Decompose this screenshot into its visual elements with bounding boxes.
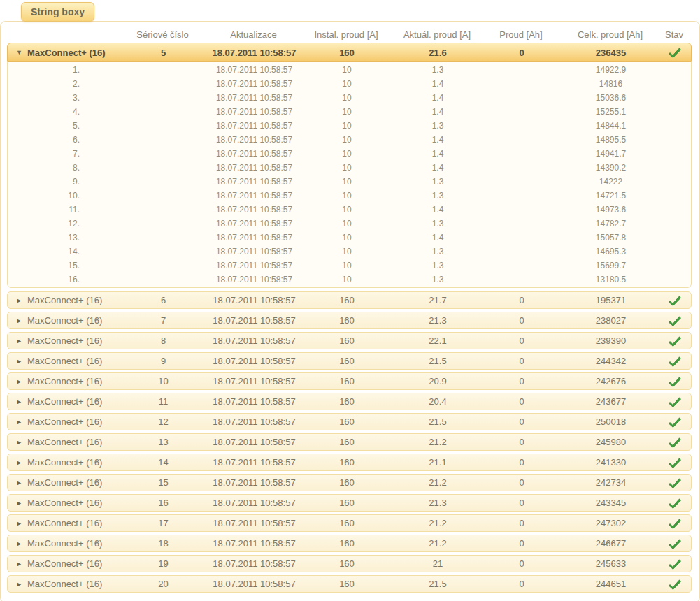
cell-aktual: 21.3 — [396, 315, 480, 326]
cell-instal: 10 — [298, 107, 396, 117]
expander-icon[interactable]: ► — [16, 479, 27, 486]
group-row[interactable]: ► MaxConnect+ (16) 19 18.07.2011 10:58:5… — [7, 555, 692, 572]
expander-icon[interactable]: ► — [16, 378, 27, 385]
group-name-cell: ► MaxConnect+ (16) — [8, 457, 116, 468]
cell-celk: 250018 — [564, 417, 658, 427]
expander-icon[interactable]: ► — [16, 581, 27, 588]
cell-aktual: 21.1 — [396, 457, 480, 468]
cell-celk: 241330 — [564, 457, 658, 468]
expander-icon[interactable]: ► — [16, 398, 27, 405]
string-index: 7. — [8, 149, 116, 159]
expander-icon[interactable]: ► — [16, 338, 27, 345]
check-icon — [669, 437, 681, 448]
check-icon — [669, 478, 681, 488]
cell-serial: 20 — [116, 579, 210, 589]
cell-instal: 10 — [298, 135, 396, 145]
string-box-group: ► MaxConnect+ (16) 8 18.07.2011 10:58:57… — [7, 332, 692, 349]
expander-icon[interactable]: ► — [16, 520, 27, 527]
cell-updated: 18.07.2011 10:58:57 — [210, 163, 298, 173]
expander-icon[interactable]: ► — [16, 540, 27, 547]
cell-status — [658, 294, 692, 305]
cell-instal: 160 — [298, 315, 396, 326]
expander-icon[interactable]: ► — [16, 419, 27, 426]
check-icon — [669, 417, 681, 428]
cell-instal: 10 — [298, 233, 396, 242]
cell-status — [658, 335, 692, 346]
cell-updated: 18.07.2011 10:58:57 — [210, 335, 298, 346]
cell-updated: 18.07.2011 10:58:57 — [210, 315, 298, 326]
tab-string-boxy[interactable]: String boxy — [21, 2, 94, 22]
cell-serial: 15 — [116, 477, 210, 488]
expander-icon[interactable]: ► — [16, 439, 27, 446]
cell-aktual: 1.4 — [396, 107, 480, 117]
expander-icon[interactable]: ▼ — [16, 49, 27, 56]
group-row[interactable]: ► MaxConnect+ (16) 20 18.07.2011 10:58:5… — [7, 575, 692, 593]
header-serial: Sériové číslo — [115, 29, 210, 40]
cell-serial: 10 — [116, 376, 210, 386]
cell-celk: 14922.9 — [564, 65, 658, 75]
string-index: 3. — [8, 93, 116, 103]
check-icon — [669, 336, 681, 347]
cell-celk: 243677 — [564, 396, 658, 407]
group-name: MaxConnect+ (16) — [27, 315, 102, 326]
string-box-group: ► MaxConnect+ (16) 12 18.07.2011 10:58:5… — [7, 413, 692, 430]
group-row[interactable]: ► MaxConnect+ (16) 10 18.07.2011 10:58:5… — [7, 372, 692, 390]
group-row[interactable]: ▼ MaxConnect+ (16) 5 18.07.2011 10:58:57… — [7, 43, 692, 62]
group-row[interactable]: ► MaxConnect+ (16) 9 18.07.2011 10:58:57… — [7, 352, 692, 370]
cell-instal: 160 — [298, 335, 396, 346]
check-icon — [669, 519, 681, 529]
cell-updated: 18.07.2011 10:58:57 — [210, 247, 298, 256]
cell-updated: 18.07.2011 10:58:57 — [210, 579, 298, 589]
group-name-cell: ► MaxConnect+ (16) — [8, 579, 116, 589]
expander-icon[interactable]: ► — [16, 358, 27, 365]
group-row[interactable]: ► MaxConnect+ (16) 8 18.07.2011 10:58:57… — [7, 332, 692, 349]
cell-celk: 15699.7 — [564, 261, 658, 270]
group-row[interactable]: ► MaxConnect+ (16) 11 18.07.2011 10:58:5… — [7, 393, 692, 410]
cell-status — [658, 47, 692, 58]
cell-updated: 18.07.2011 10:58:57 — [210, 498, 298, 508]
header-instal: Instal. proud [A] — [297, 29, 395, 40]
group-name: MaxConnect+ (16) — [27, 457, 102, 468]
expander-icon[interactable]: ► — [16, 297, 27, 304]
group-row[interactable]: ► MaxConnect+ (16) 16 18.07.2011 10:58:5… — [7, 494, 692, 512]
expander-icon[interactable]: ► — [16, 500, 27, 507]
group-row[interactable]: ► MaxConnect+ (16) 6 18.07.2011 10:58:57… — [7, 291, 692, 309]
group-row[interactable]: ► MaxConnect+ (16) 18 18.07.2011 10:58:5… — [7, 535, 692, 552]
expander-icon[interactable]: ► — [16, 317, 27, 324]
expander-icon[interactable]: ► — [16, 560, 27, 567]
cell-updated: 18.07.2011 10:58:57 — [210, 93, 298, 103]
cell-serial: 9 — [116, 356, 210, 366]
cell-aktual: 22.1 — [396, 335, 480, 346]
cell-updated: 18.07.2011 10:58:57 — [210, 135, 298, 145]
group-row[interactable]: ► MaxConnect+ (16) 7 18.07.2011 10:58:57… — [7, 312, 692, 329]
cell-updated: 18.07.2011 10:58:57 — [210, 79, 298, 89]
cell-updated: 18.07.2011 10:58:57 — [210, 149, 298, 159]
cell-status — [658, 456, 692, 468]
cell-status — [658, 578, 692, 589]
cell-aktual: 1.3 — [396, 219, 480, 229]
cell-instal: 160 — [298, 417, 396, 427]
cell-celk: 14816 — [564, 79, 658, 89]
check-icon — [669, 296, 681, 306]
group-name: MaxConnect+ (16) — [27, 579, 102, 589]
check-icon — [669, 316, 681, 326]
string-box-group: ► MaxConnect+ (16) 11 18.07.2011 10:58:5… — [7, 393, 692, 410]
cell-celk: 243345 — [564, 498, 658, 508]
string-box-group: ► MaxConnect+ (16) 10 18.07.2011 10:58:5… — [7, 372, 692, 390]
cell-status — [658, 537, 692, 549]
group-row[interactable]: ► MaxConnect+ (16) 13 18.07.2011 10:58:5… — [7, 433, 692, 451]
cell-aktual: 21.7 — [396, 295, 480, 305]
group-row[interactable]: ► MaxConnect+ (16) 14 18.07.2011 10:58:5… — [7, 454, 692, 471]
cell-aktual: 21.5 — [396, 356, 480, 366]
cell-celk: 242734 — [564, 477, 658, 488]
cell-proud: 0 — [480, 538, 564, 549]
cell-aktual: 1.4 — [396, 163, 480, 173]
cell-instal: 10 — [298, 93, 396, 103]
expander-icon[interactable]: ► — [16, 459, 27, 466]
string-index: 4. — [8, 107, 116, 117]
group-row[interactable]: ► MaxConnect+ (16) 12 18.07.2011 10:58:5… — [7, 413, 692, 430]
cell-updated: 18.07.2011 10:58:57 — [210, 437, 298, 447]
group-row[interactable]: ► MaxConnect+ (16) 17 18.07.2011 10:58:5… — [7, 514, 692, 532]
cell-aktual: 1.4 — [396, 233, 480, 242]
group-row[interactable]: ► MaxConnect+ (16) 15 18.07.2011 10:58:5… — [7, 474, 692, 491]
